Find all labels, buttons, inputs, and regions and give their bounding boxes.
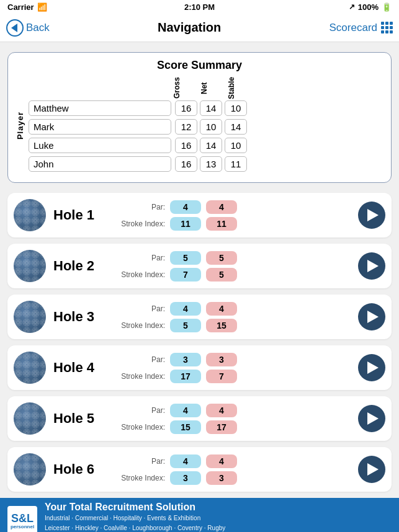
si-label: Stroke Index:	[115, 270, 165, 279]
player-net: 14	[200, 100, 222, 116]
player-stable: 11	[225, 156, 247, 172]
si-label: Stroke Index:	[115, 474, 165, 482]
golf-ball-dimples	[14, 250, 46, 282]
hole-par-row: Par: 4 4	[115, 454, 352, 468]
player-name-input[interactable]	[29, 138, 171, 153]
hole-par-row: Par: 4 4	[115, 302, 352, 316]
play-triangle-icon	[367, 463, 379, 476]
golf-ball-dimples	[14, 453, 46, 485]
score-table: Player Gross Net Stable 16 14 10 12 10 1…	[16, 77, 383, 175]
play-button[interactable]	[358, 354, 385, 381]
player-name-input[interactable]	[29, 119, 171, 135]
gross-header: Gross	[173, 77, 200, 99]
par-pink: 4	[206, 200, 237, 214]
nav-title: Navigation	[158, 20, 221, 35]
player-net: 13	[200, 156, 222, 172]
status-right: ↗ 100% 🔋	[349, 2, 392, 12]
play-button[interactable]	[358, 303, 385, 330]
play-triangle-icon	[367, 311, 379, 323]
player-rows: 16 14 10 12 10 14 16 14 10 16 13 11	[29, 100, 383, 172]
golf-ball-dimples	[14, 301, 46, 333]
par-pink: 4	[206, 302, 237, 316]
hole-si-row: Stroke Index: 7 5	[115, 268, 352, 282]
par-blue: 3	[170, 353, 201, 366]
si-blue: 17	[170, 370, 201, 383]
hole-details: Par: 5 5 Stroke Index: 7 5	[115, 251, 352, 282]
golf-ball-dimples	[14, 199, 46, 231]
par-label: Par:	[115, 254, 165, 262]
par-blue: 4	[170, 404, 201, 417]
par-label: Par:	[115, 203, 165, 211]
back-arrow-icon	[6, 19, 24, 37]
par-pink: 4	[206, 454, 237, 468]
scorecard-button[interactable]: Scorecard	[330, 22, 393, 34]
player-gross: 16	[175, 138, 197, 153]
score-summary-title: Score Summary	[16, 59, 383, 72]
si-label: Stroke Index:	[115, 372, 165, 381]
player-net: 10	[200, 119, 222, 135]
player-row: 16 14 10	[29, 100, 383, 116]
play-button[interactable]	[358, 252, 385, 280]
ad-banner[interactable]: S&L personnel Your Total Recruitment Sol…	[0, 498, 399, 532]
golf-ball-icon	[14, 250, 46, 282]
player-name-input[interactable]	[29, 156, 171, 172]
hole-row: Hole 2 Par: 5 5 Stroke Index: 7 5	[7, 244, 392, 288]
si-blue: 5	[170, 319, 201, 332]
nav-bar: Back Navigation Scorecard	[0, 14, 399, 42]
wifi-icon: 📶	[37, 2, 47, 12]
hole-details: Par: 3 3 Stroke Index: 17 7	[115, 353, 352, 383]
si-pink: 11	[206, 217, 237, 231]
hole-name: Hole 3	[53, 309, 109, 325]
si-pink: 5	[206, 268, 237, 282]
status-time: 2:10 PM	[184, 2, 215, 12]
golf-ball-icon	[14, 352, 46, 384]
golf-ball-dimples	[14, 352, 46, 384]
player-gross: 12	[175, 119, 197, 135]
back-label: Back	[26, 22, 50, 34]
par-label: Par:	[115, 355, 165, 364]
hole-details: Par: 4 4 Stroke Index: 11 11	[115, 200, 352, 231]
par-pink: 3	[206, 353, 237, 366]
ad-locations: Leicester · Hinckley · Coalville · Lough…	[45, 524, 393, 532]
si-blue: 7	[170, 268, 201, 282]
si-pink: 17	[206, 420, 237, 434]
hole-si-row: Stroke Index: 11 11	[115, 217, 352, 231]
si-pink: 15	[206, 319, 237, 332]
back-chevron-icon	[11, 24, 17, 32]
hole-row: Hole 5 Par: 4 4 Stroke Index: 15 17	[7, 396, 392, 441]
player-row: 12 10 14	[29, 119, 383, 135]
battery-icon: 🔋	[382, 2, 392, 12]
hole-par-row: Par: 4 4	[115, 200, 352, 214]
hole-details: Par: 4 4 Stroke Index: 15 17	[115, 404, 352, 434]
hole-si-row: Stroke Index: 3 3	[115, 471, 352, 485]
golf-ball-icon	[14, 402, 46, 435]
par-blue: 4	[170, 454, 201, 468]
player-gross: 16	[175, 156, 197, 172]
play-button[interactable]	[358, 456, 385, 483]
play-button[interactable]	[358, 405, 385, 432]
net-header: Net	[200, 77, 227, 99]
player-name-input[interactable]	[29, 100, 171, 116]
carrier-label: Carrier	[7, 2, 34, 12]
play-triangle-icon	[367, 260, 379, 272]
stable-header: Stable	[227, 77, 254, 99]
golf-ball-icon	[14, 453, 46, 485]
hole-name: Hole 5	[53, 410, 109, 427]
hole-par-row: Par: 4 4	[115, 404, 352, 417]
hole-row: Hole 3 Par: 4 4 Stroke Index: 5 15	[7, 295, 392, 339]
si-blue: 3	[170, 471, 201, 485]
score-rows: Gross Net Stable 16 14 10 12 10 14 16 14…	[29, 77, 383, 175]
si-pink: 7	[206, 370, 237, 383]
par-blue: 4	[170, 200, 201, 214]
back-button[interactable]: Back	[6, 19, 50, 37]
hole-par-row: Par: 5 5	[115, 251, 352, 265]
play-button[interactable]	[358, 202, 385, 229]
par-pink: 4	[206, 404, 237, 417]
si-label: Stroke Index:	[115, 219, 165, 228]
ad-title: Your Total Recruitment Solution	[45, 502, 393, 513]
battery-label: 100%	[358, 2, 379, 12]
ad-logo-bottom: personnel	[11, 524, 34, 530]
par-label: Par:	[115, 406, 165, 415]
player-stable: 14	[225, 119, 247, 135]
hole-si-row: Stroke Index: 15 17	[115, 420, 352, 434]
